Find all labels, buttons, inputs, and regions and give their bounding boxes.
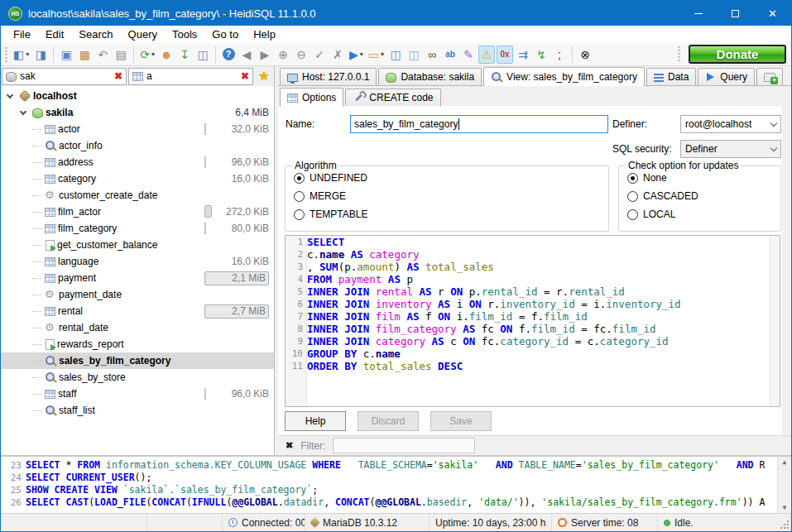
chevron-expanded-icon[interactable] bbox=[7, 91, 13, 98]
maximize-icon bbox=[732, 10, 739, 17]
tree-item-language[interactable]: language16,0 KiB bbox=[1, 253, 274, 270]
radio-cascaded[interactable]: CASCADED bbox=[627, 189, 780, 203]
tree-item-sales_by_store[interactable]: sales_by_store bbox=[1, 369, 274, 386]
find-text-button[interactable]: ∞ bbox=[424, 46, 440, 64]
view-name-input[interactable]: sales_by_film_category bbox=[350, 115, 608, 133]
tree-item-actor_info[interactable]: actor_info bbox=[1, 137, 274, 154]
tree-item-address[interactable]: address96,0 KiB bbox=[1, 154, 274, 170]
tree-item-category[interactable]: category16,0 KiB bbox=[1, 170, 274, 187]
table-filter-input[interactable]: a ✖ bbox=[128, 68, 253, 85]
menu-query[interactable]: Query bbox=[121, 26, 165, 42]
insert-row-button[interactable]: ⊕ bbox=[275, 46, 291, 64]
save-button[interactable]: Save bbox=[430, 411, 492, 431]
chevron-expanded-icon[interactable] bbox=[20, 108, 26, 114]
definer-select[interactable]: root@localhost bbox=[680, 115, 781, 133]
clear-filter-icon[interactable]: ✖ bbox=[114, 71, 122, 81]
radio-undefined[interactable]: UNDEFINED bbox=[294, 171, 608, 185]
tree-item-get_customer_balance[interactable]: get_customer_balance bbox=[1, 237, 274, 253]
help-button[interactable]: ? bbox=[220, 46, 237, 64]
tree-item-sales_by_film_category[interactable]: sales_by_film_category bbox=[1, 352, 274, 369]
tab-host-127-0-0-1[interactable]: Host: 127.0.0.1 bbox=[280, 68, 377, 85]
tree-item-staff_list[interactable]: staff_list bbox=[1, 402, 274, 419]
favorites-star-icon[interactable]: ★ bbox=[255, 69, 273, 84]
load-sql-file-button[interactable]: ▭▾ bbox=[367, 46, 386, 64]
radio-temptable[interactable]: TEMPTABLE bbox=[294, 208, 608, 221]
view-body-sql-editor[interactable]: 1SELECT2c.name AS category3, SUM(p.amoun… bbox=[285, 235, 780, 407]
delete-row-button[interactable]: ⊖ bbox=[293, 46, 310, 64]
first-row-button[interactable]: ◀ bbox=[238, 46, 255, 64]
save-sql-as-button[interactable]: ◫ bbox=[406, 46, 422, 64]
algorithm-group: Algorithm UNDEFINEDMERGETEMPTABLE bbox=[285, 165, 609, 232]
filter-input[interactable] bbox=[333, 438, 475, 453]
resize-grip[interactable] bbox=[787, 527, 789, 529]
tree-item-staff[interactable]: staff96,0 KiB bbox=[1, 386, 274, 402]
tree-item-payment_date[interactable]: payment_date bbox=[1, 286, 274, 303]
delimiter-button[interactable]: ; bbox=[551, 46, 568, 64]
cancel-editing-button[interactable]: ✗ bbox=[329, 46, 346, 64]
hex-view-button[interactable]: 0x bbox=[497, 46, 513, 64]
tree-item-payment[interactable]: payment2,1 MiB bbox=[1, 270, 274, 286]
tree-connector bbox=[32, 394, 42, 395]
execute-sql-button[interactable]: ▶▾ bbox=[348, 46, 365, 64]
radio-local[interactable]: LOCAL bbox=[627, 208, 780, 221]
size-value: 32,0 KiB bbox=[232, 123, 269, 135]
post-changes-button[interactable]: ✓ bbox=[311, 46, 328, 64]
tree-item-sakila[interactable]: sakila6,4 MiB bbox=[1, 104, 274, 121]
tree-item-rental_date[interactable]: rental_date bbox=[1, 319, 274, 336]
export-database-button[interactable]: ↧ bbox=[176, 46, 193, 64]
tree-item-customer_create_date[interactable]: customer_create_date bbox=[1, 187, 274, 204]
disconnect-button[interactable]: ◨ bbox=[32, 46, 49, 64]
tree-item-localhost[interactable]: localhost bbox=[1, 88, 274, 104]
menu-edit[interactable]: Edit bbox=[38, 26, 71, 42]
menu-go-to[interactable]: Go to bbox=[204, 26, 246, 42]
tab-database-sakila[interactable]: Database: sakila bbox=[378, 68, 482, 85]
toolbar-grip[interactable] bbox=[678, 46, 680, 61]
donate-button[interactable]: Donate bbox=[689, 45, 786, 64]
user-manager-button[interactable]: ☻ bbox=[158, 46, 175, 64]
menu-file[interactable]: File bbox=[6, 26, 38, 42]
radio-merge[interactable]: MERGE bbox=[294, 189, 608, 203]
warning-highlight-button[interactable]: ⚠ bbox=[478, 46, 495, 64]
menu-tools[interactable]: Tools bbox=[165, 26, 204, 42]
tree-item-rental[interactable]: rental2,7 MiB bbox=[1, 303, 274, 319]
clear-filter-icon[interactable]: ✖ bbox=[241, 71, 249, 81]
print-button[interactable]: ▤ bbox=[113, 46, 129, 64]
sql-security-select[interactable]: Definer bbox=[680, 140, 781, 158]
tree-item-rewards_report[interactable]: rewards_report bbox=[1, 336, 274, 352]
database-filter-input[interactable]: sak ✖ bbox=[2, 68, 127, 85]
subtab-create-code[interactable]: CREATE code bbox=[345, 89, 440, 106]
tab-label: Query bbox=[720, 71, 747, 83]
last-row-button[interactable]: ▶ bbox=[257, 46, 273, 64]
tab-view-sales-by-film-category[interactable]: View: sales_by_film_category bbox=[483, 67, 645, 86]
discard-button[interactable]: Discard bbox=[358, 411, 419, 431]
tab-query[interactable]: Query bbox=[698, 68, 755, 85]
tab-new-query[interactable] bbox=[756, 68, 783, 85]
tree-item-film_actor[interactable]: film_actor272,0 KiB bbox=[1, 204, 274, 220]
tree-connector bbox=[32, 377, 42, 378]
tree-item-film_category[interactable]: film_category80,0 KiB bbox=[1, 220, 274, 237]
reformat-sql-button[interactable]: ✎ bbox=[460, 46, 477, 64]
menu-search[interactable]: Search bbox=[71, 26, 120, 42]
menu-help[interactable]: Help bbox=[246, 26, 283, 42]
toolbar-grip[interactable] bbox=[5, 47, 7, 62]
tree-item-actor[interactable]: actor32,0 KiB bbox=[1, 121, 274, 137]
save-sql-button[interactable]: ◫ bbox=[387, 46, 404, 64]
snippet-save-button[interactable]: ◫ bbox=[194, 46, 211, 64]
subtab-options[interactable]: Options bbox=[280, 88, 343, 107]
undo-button[interactable]: ↶ bbox=[94, 46, 111, 64]
close-button[interactable]: ✕ bbox=[754, 1, 791, 26]
close-filter-icon[interactable]: ✖ bbox=[286, 440, 293, 451]
tab-data[interactable]: Data bbox=[646, 68, 696, 85]
indent-button[interactable]: ⇉ bbox=[515, 46, 531, 64]
minimize-button[interactable] bbox=[679, 1, 717, 26]
refresh-button[interactable]: ⟳▾ bbox=[138, 46, 156, 64]
paste-button[interactable]: ▦ bbox=[76, 46, 93, 64]
copy-button[interactable]: ▣ bbox=[58, 46, 74, 64]
stop-button[interactable]: ⊗ bbox=[577, 46, 593, 64]
radio-none[interactable]: None bbox=[627, 171, 780, 185]
refresh-code-button[interactable]: ↯ bbox=[533, 46, 550, 64]
replace-text-button[interactable]: ab bbox=[442, 46, 458, 64]
maximize-button[interactable] bbox=[717, 1, 754, 26]
session-manager-button[interactable]: ◧▾ bbox=[12, 46, 31, 64]
help-button[interactable]: Help bbox=[285, 411, 346, 431]
